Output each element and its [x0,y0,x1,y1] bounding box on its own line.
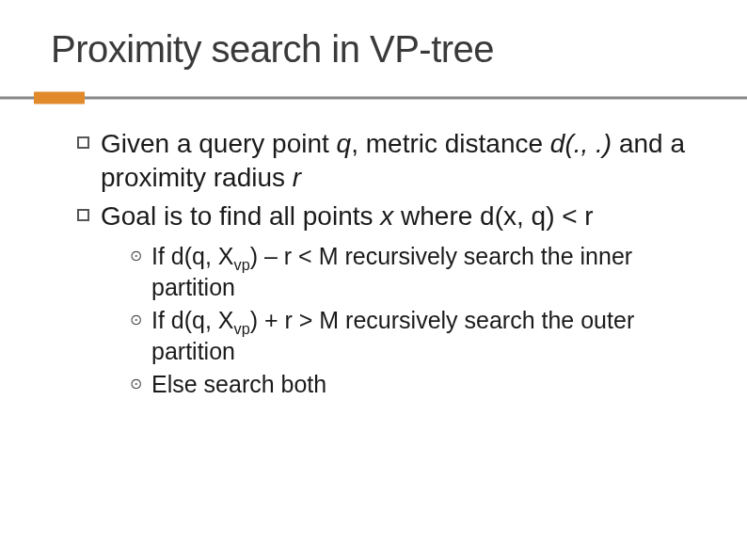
bullet-item: Goal is to find all points x where d(x, … [77,200,691,233]
slide: Proximity search in VP-tree Given a quer… [0,0,747,560]
square-bullet-icon [77,209,89,221]
sub-bullet-text: If d(q, Xvp) – r < M recursively search … [151,241,691,303]
circle-dot-bullet-icon: ⊙ [130,312,142,367]
sub-bullet-text: Else search both [151,369,691,400]
sub-bullet-item: ⊙ Else search both [130,369,691,400]
slide-title: Proximity search in VP-tree [47,28,700,71]
circle-dot-bullet-icon: ⊙ [130,248,142,303]
sub-bullet-item: ⊙ If d(q, Xvp) – r < M recursively searc… [130,241,691,303]
sub-bullet-group: ⊙ If d(q, Xvp) – r < M recursively searc… [77,241,691,400]
title-divider [0,93,747,103]
sub-bullet-item: ⊙ If d(q, Xvp) + r > M recursively searc… [130,305,691,367]
circle-dot-bullet-icon: ⊙ [130,376,142,400]
bullet-text: Goal is to find all points x where d(x, … [101,200,691,233]
divider-accent [34,92,85,104]
square-bullet-icon [77,136,89,149]
sub-bullet-text: If d(q, Xvp) + r > M recursively search … [151,305,691,367]
divider-line [0,97,747,100]
bullet-text: Given a query point q, metric distance d… [101,127,691,196]
slide-content: Given a query point q, metric distance d… [47,127,700,400]
bullet-item: Given a query point q, metric distance d… [77,127,691,196]
